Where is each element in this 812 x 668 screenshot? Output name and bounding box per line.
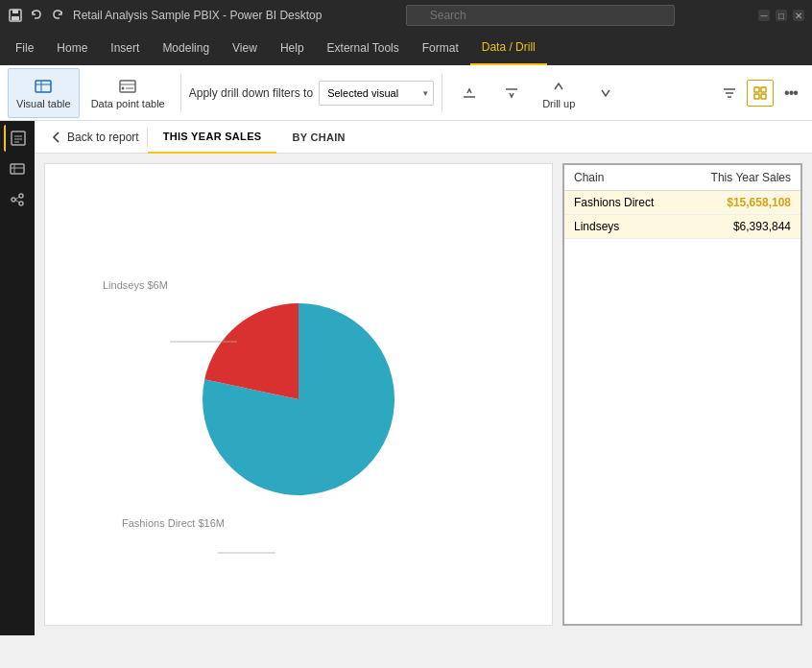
svg-rect-19 [12,131,25,145]
sales-cell: $15,658,108 [682,191,800,215]
drill-down-button[interactable] [586,68,625,118]
search-input[interactable] [406,5,675,26]
drill-expand-button[interactable] [492,68,531,118]
redo-icon[interactable] [50,8,65,23]
back-label: Back to report [67,131,139,144]
close-btn[interactable]: ✕ [793,10,804,21]
data-point-table-button[interactable]: Data point table [84,68,173,118]
drill-down-icon [596,84,615,103]
fashions-direct-label: Fashions Direct $16M [122,517,225,529]
sales-header: This Year Sales [682,165,800,191]
svg-line-29 [15,197,19,200]
menu-bar: File Home Insert Modeling View Help Exte… [0,31,812,65]
canvas: Lindseys $6M Fashions Direct $16M [35,154,812,635]
chain-cell: Fashions Direct [564,191,682,215]
title-bar: Retail Analysis Sample PBIX - Power BI D… [0,0,812,31]
svg-rect-16 [761,87,766,92]
selected-visual-dropdown-wrapper: Selected visual All visuals [319,81,434,106]
visual-table-icon [34,77,53,96]
more-options-btn[interactable]: ••• [777,80,804,107]
sidebar-model-icon[interactable] [4,186,31,213]
svg-rect-23 [11,164,24,174]
filter-icon [722,85,737,101]
table-header-row: Chain This Year Sales [564,165,800,191]
apply-drill-label: Apply drill down filters to [189,86,313,100]
tab-bar: Back to report THIS YEAR SALES BY CHAIN [35,121,812,154]
svg-rect-2 [12,16,19,20]
title-bar-left: Retail Analysis Sample PBIX - Power BI D… [8,8,322,23]
ribbon: Visual table Data point table Apply dril… [0,65,812,121]
ribbon-right-icons: ••• [716,80,804,107]
menu-insert[interactable]: Insert [99,31,151,65]
menu-home[interactable]: Home [45,31,99,65]
selected-visual-dropdown[interactable]: Selected visual All visuals [319,81,434,106]
focus-mode-btn[interactable] [747,80,774,107]
pie-chart-area: Lindseys $6M Fashions Direct $16M [44,163,553,626]
svg-point-8 [122,86,125,89]
svg-rect-3 [36,81,51,92]
svg-rect-6 [120,81,135,92]
table-row[interactable]: Fashions Direct $15,658,108 [564,191,800,215]
menu-data-drill[interactable]: Data / Drill [470,31,547,65]
svg-point-26 [12,198,15,202]
drill-up-icon [549,77,568,96]
svg-point-27 [19,194,23,198]
sidebar-data-icon[interactable] [4,155,31,182]
minimize-btn[interactable]: ─ [758,10,770,21]
drill-up-level-button[interactable] [450,68,489,118]
back-arrow-icon [50,131,63,144]
data-icon [9,160,26,178]
app-title: Retail Analysis Sample PBIX - Power BI D… [73,9,322,22]
drill-filter-section: Apply drill down filters to Selected vis… [189,81,434,106]
menu-external-tools[interactable]: External Tools [316,31,411,65]
chain-cell: Lindseys [564,215,682,239]
menu-format[interactable]: Format [411,31,470,65]
drill-up-level-icon [460,84,479,103]
menu-file[interactable]: File [4,31,45,65]
maximize-btn[interactable]: □ [776,10,787,21]
svg-line-30 [15,200,19,203]
svg-point-28 [19,202,23,205]
svg-rect-1 [12,10,18,13]
menu-help[interactable]: Help [269,31,316,65]
svg-rect-18 [761,94,766,99]
menu-modeling[interactable]: Modeling [151,31,221,65]
tab-by-chain[interactable]: BY CHAIN [276,121,360,154]
ribbon-sep-1 [180,74,181,112]
report-icon [10,130,27,147]
data-point-table-icon [118,77,137,96]
model-icon [9,191,26,208]
data-table: Chain This Year Sales Fashions Direct $1… [564,165,800,239]
svg-rect-17 [754,94,759,99]
visual-table-button[interactable]: Visual table [8,68,80,118]
back-to-report-btn[interactable]: Back to report [42,121,147,154]
chain-header: Chain [564,165,682,191]
focus-icon [752,85,768,101]
svg-rect-15 [754,87,759,92]
sales-cell: $6,393,844 [682,215,800,239]
search-wrapper: 🔍 [406,5,675,26]
undo-icon[interactable] [29,8,44,23]
more-options-icon: ••• [784,84,798,102]
window-icons [8,8,65,23]
table-row[interactable]: Lindseys $6,393,844 [564,215,800,239]
save-icon[interactable] [8,8,23,23]
drill-expand-icon [502,84,521,103]
lindseys-label: Lindseys $6M [103,279,168,291]
pie-chart[interactable] [193,294,404,505]
content-area: Back to report THIS YEAR SALES BY CHAIN … [35,121,812,635]
menu-view[interactable]: View [221,31,269,65]
window-controls: ─ □ ✕ [758,10,804,21]
tab-this-year-sales[interactable]: THIS YEAR SALES [148,121,277,154]
left-sidebar [0,121,35,635]
ribbon-sep-2 [442,74,442,112]
table-area: Chain This Year Sales Fashions Direct $1… [562,163,802,626]
main-area: Back to report THIS YEAR SALES BY CHAIN … [0,121,812,635]
drill-up-button[interactable]: Drill up [535,68,583,118]
filter-icon-btn[interactable] [716,80,743,107]
sidebar-report-icon[interactable] [4,125,31,152]
